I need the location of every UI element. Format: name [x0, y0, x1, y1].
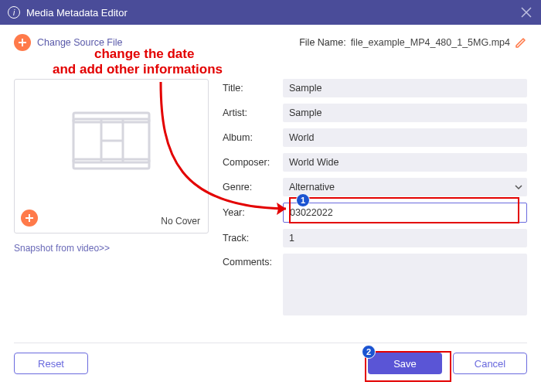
main-area: No Cover Snapshot from video>> Title: Ar… — [14, 79, 527, 322]
close-icon[interactable] — [521, 7, 532, 18]
svg-rect-1 — [73, 113, 149, 122]
track-input[interactable] — [283, 229, 527, 247]
year-input[interactable] — [283, 203, 527, 223]
artist-input[interactable] — [283, 104, 527, 122]
field-artist: Artist: — [223, 104, 527, 122]
field-composer: Composer: — [223, 153, 527, 172]
footer-separator — [14, 343, 527, 343]
year-label: Year: — [223, 207, 283, 218]
add-cover-plus-icon[interactable] — [21, 210, 38, 227]
file-name-value: file_example_MP4_480_1_5MG.mp4 — [351, 37, 510, 48]
field-year: Year: — [223, 203, 527, 223]
no-cover-label: No Cover — [161, 216, 200, 227]
title-input[interactable] — [283, 79, 527, 97]
field-comments: Comments: — [223, 254, 527, 315]
genre-label: Genre: — [223, 182, 283, 193]
genre-select[interactable]: Alternative — [283, 178, 527, 196]
topbar-right: File Name: file_example_MP4_480_1_5MG.mp… — [299, 36, 527, 49]
window-title: Media Metadata Editor — [26, 7, 128, 19]
change-source-link[interactable]: Change Source File — [37, 37, 122, 48]
cover-column: No Cover Snapshot from video>> — [14, 79, 209, 322]
artist-label: Artist: — [223, 107, 283, 118]
topbar-left: Change Source File — [14, 34, 122, 51]
composer-label: Composer: — [223, 157, 283, 168]
composer-input[interactable] — [283, 153, 527, 172]
field-track: Track: — [223, 229, 527, 247]
info-icon: i — [8, 6, 20, 19]
fields-column: Title: Artist: Album: Composer: Genre: A… — [223, 79, 527, 322]
comments-input[interactable] — [283, 254, 527, 315]
title-label: Title: — [223, 83, 283, 94]
reset-button[interactable]: Reset — [14, 353, 88, 374]
track-label: Track: — [223, 233, 283, 244]
topbar: Change Source File File Name: file_examp… — [14, 34, 527, 51]
cancel-button[interactable]: Cancel — [453, 353, 527, 374]
editor-body: Change Source File File Name: file_examp… — [0, 25, 541, 392]
field-title: Title: — [223, 79, 527, 97]
field-album: Album: — [223, 128, 527, 147]
footer: Reset Save Cancel — [14, 343, 527, 381]
snapshot-from-video-link[interactable]: Snapshot from video>> — [14, 243, 209, 254]
change-source-plus-icon[interactable] — [14, 34, 31, 51]
field-genre: Genre: Alternative — [223, 178, 527, 196]
file-name-label: File Name: — [299, 37, 345, 48]
cover-placeholder-icon — [69, 110, 154, 172]
pencil-icon[interactable] — [515, 36, 527, 49]
svg-rect-2 — [73, 159, 149, 169]
chevron-down-icon — [515, 183, 522, 191]
cover-box: No Cover — [14, 79, 209, 233]
album-input[interactable] — [283, 128, 527, 147]
save-button[interactable]: Save — [368, 353, 442, 374]
genre-value: Alternative — [289, 182, 335, 193]
comments-label: Comments: — [223, 254, 283, 268]
titlebar: i Media Metadata Editor — [0, 0, 541, 25]
album-label: Album: — [223, 132, 283, 143]
